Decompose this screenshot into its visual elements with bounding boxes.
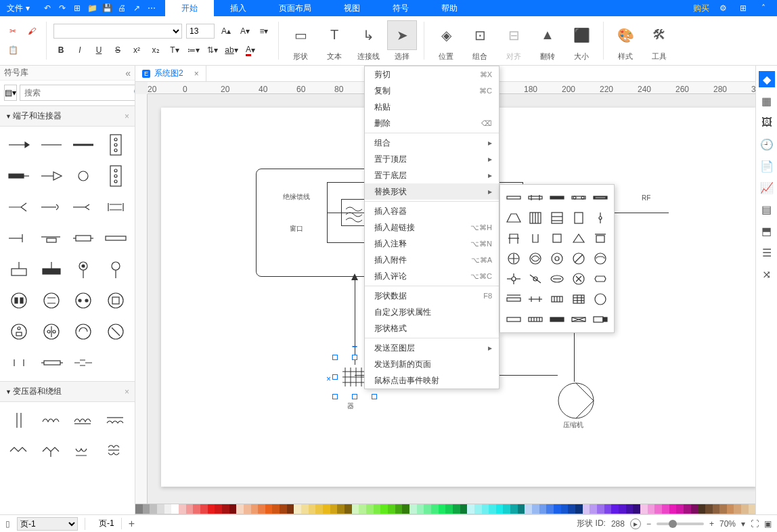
rp-layers-icon[interactable]: ⬒: [759, 223, 775, 239]
rp-format-icon[interactable]: ◆: [759, 71, 775, 87]
color-swatch[interactable]: [583, 504, 590, 514]
color-swatch[interactable]: [229, 504, 237, 514]
color-swatch[interactable]: [222, 504, 229, 514]
symbol-cell[interactable]: [3, 223, 35, 254]
new-icon[interactable]: ⊞: [70, 1, 84, 15]
submenu-shape[interactable]: [504, 209, 523, 227]
color-swatch[interactable]: [395, 504, 403, 514]
submenu-shape[interactable]: [569, 311, 588, 328]
menu-item[interactable]: 发送到新的页面: [365, 356, 499, 372]
symbol-cell[interactable]: [68, 347, 100, 378]
underline-icon[interactable]: U: [91, 43, 106, 58]
menu-item[interactable]: 剪切⌘X: [365, 66, 499, 83]
menu-item[interactable]: 插入附件⌥⌘A: [365, 252, 499, 268]
color-swatch[interactable]: [186, 504, 194, 514]
tab-insert[interactable]: 插入: [214, 0, 263, 16]
color-swatch[interactable]: [409, 504, 417, 514]
color-swatch[interactable]: [568, 504, 575, 514]
symbol-cell[interactable]: [35, 254, 68, 285]
color-swatch[interactable]: [662, 504, 669, 514]
rp-image-icon[interactable]: 🖼: [759, 114, 775, 131]
print-icon[interactable]: 🖨: [115, 1, 129, 15]
symbol-cell[interactable]: [35, 160, 68, 192]
symbol-cell[interactable]: [99, 285, 132, 316]
color-swatch[interactable]: [309, 504, 316, 514]
color-swatch[interactable]: [244, 504, 251, 514]
color-swatch[interactable]: [374, 504, 381, 514]
color-swatch[interactable]: [294, 504, 301, 514]
color-swatch[interactable]: [460, 504, 468, 514]
subscript-icon[interactable]: x₂: [148, 43, 163, 58]
color-swatch[interactable]: [467, 504, 474, 514]
color-swatch[interactable]: [301, 504, 309, 514]
tab-layout[interactable]: 页面布局: [263, 0, 328, 16]
color-swatch[interactable]: [590, 504, 597, 514]
menu-item[interactable]: 粘贴: [365, 99, 499, 115]
symbol-cell[interactable]: [99, 436, 132, 467]
submenu-shape[interactable]: [591, 270, 610, 288]
page-select[interactable]: 页-1: [17, 517, 78, 531]
color-swatch[interactable]: [705, 504, 713, 514]
color-swatch[interactable]: [611, 504, 619, 514]
symbol-cell[interactable]: [35, 405, 68, 436]
symbol-cell[interactable]: [99, 405, 132, 436]
italic-icon[interactable]: I: [72, 43, 87, 58]
symbol-cell[interactable]: [35, 285, 68, 316]
align-icon[interactable]: ⊟: [499, 20, 529, 50]
submenu-shape[interactable]: [591, 229, 610, 247]
color-swatch[interactable]: [157, 504, 164, 514]
bullets-icon[interactable]: ≔▾: [186, 43, 201, 58]
superscript-icon[interactable]: x²: [129, 43, 144, 58]
symbol-cell[interactable]: [68, 436, 100, 467]
menu-item[interactable]: 形状数据F8: [365, 288, 499, 304]
symbol-cell[interactable]: [68, 192, 100, 223]
search-input[interactable]: [20, 88, 130, 97]
rp-guides-icon[interactable]: ☰: [759, 244, 775, 261]
redo-icon[interactable]: ↷: [56, 1, 69, 15]
submenu-shape[interactable]: [591, 311, 610, 328]
color-swatch[interactable]: [388, 504, 395, 514]
color-swatch[interactable]: [525, 504, 532, 514]
submenu-shape[interactable]: [591, 250, 610, 267]
color-swatch[interactable]: [135, 504, 143, 514]
color-swatch[interactable]: [445, 504, 453, 514]
rp-data-icon[interactable]: ▤: [759, 201, 775, 217]
rp-doc-icon[interactable]: 📄: [759, 158, 775, 174]
color-swatch[interactable]: [315, 504, 323, 514]
symbol-cell[interactable]: [35, 223, 68, 254]
submenu-shape[interactable]: [504, 290, 523, 308]
buy-link[interactable]: 购买: [693, 3, 709, 14]
font-name-select[interactable]: [53, 24, 182, 39]
menu-item[interactable]: 插入注释⌥⌘N: [365, 236, 499, 252]
submenu-shape[interactable]: [569, 209, 588, 227]
color-swatch[interactable]: [503, 504, 510, 514]
submenu-shape[interactable]: [504, 270, 523, 288]
color-swatch[interactable]: [684, 504, 691, 514]
play-icon[interactable]: ▸: [630, 518, 641, 529]
color-swatch[interactable]: [539, 504, 547, 514]
menu-item[interactable]: 置于顶层▸: [365, 151, 499, 167]
color-swatch[interactable]: [287, 504, 294, 514]
zoom-out-icon[interactable]: −: [646, 519, 651, 529]
font-grow-icon[interactable]: A▴: [219, 24, 234, 39]
color-swatch[interactable]: [265, 504, 273, 514]
submenu-shape[interactable]: [526, 229, 545, 247]
symbol-cell[interactable]: [99, 316, 132, 347]
menu-item[interactable]: 插入超链接⌥⌘H: [365, 219, 499, 236]
color-swatch[interactable]: [554, 504, 561, 514]
color-swatch[interactable]: [561, 504, 569, 514]
color-swatch[interactable]: [691, 504, 698, 514]
submenu-shape[interactable]: [591, 290, 610, 308]
symbol-cell[interactable]: [3, 316, 35, 347]
color-swatch[interactable]: [143, 504, 150, 514]
file-menu[interactable]: 文件▾: [0, 0, 37, 16]
symbol-cell[interactable]: [68, 405, 100, 436]
zoom-in-icon[interactable]: +: [709, 519, 714, 529]
color-swatch[interactable]: [669, 504, 677, 514]
color-swatch[interactable]: [604, 504, 612, 514]
symbol-cell[interactable]: [99, 347, 132, 378]
menu-item[interactable]: 插入评论⌥⌘C: [365, 268, 499, 284]
color-swatch[interactable]: [359, 504, 366, 514]
shape-tool-icon[interactable]: ▭: [286, 20, 315, 50]
menu-item[interactable]: 替换形状▸: [365, 183, 499, 200]
